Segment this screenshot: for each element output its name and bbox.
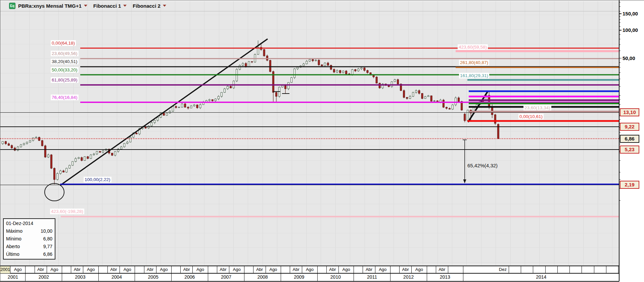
x-axis-month-label: Abr <box>254 267 266 272</box>
chart-window: Eq PBRa:xnys Mensal TMG+1 Fibonacci 1 Fi… <box>0 0 644 282</box>
x-axis-month-label: Ago <box>412 267 427 272</box>
chevron-down-icon <box>123 5 127 7</box>
x-axis-year-label: 2014 <box>463 274 619 280</box>
x-axis-month-label: Ago <box>302 267 317 272</box>
y-axis-tick-label: 50,00 <box>623 55 635 61</box>
fib-level-label: 0,00(64,18) <box>51 40 76 46</box>
fib-level-label: 261,80(40,87) <box>459 60 489 65</box>
x-axis-year-label: 2004 <box>98 274 135 280</box>
x-axis-month-label: Ago <box>338 267 354 272</box>
fibonacci-2-label: Fibonacci 2 <box>133 3 160 9</box>
y-axis-tick-label: 100,00 <box>623 27 638 33</box>
x-axis-month-label: Abr <box>181 267 193 272</box>
chart-title: PBRa:xnys Mensal TMG+1 <box>18 3 82 9</box>
x-axis-year-label: 2003 <box>62 274 99 280</box>
infobox-last-label: Último <box>6 251 19 257</box>
ohlc-infobox: 01-Dez-2014 Máximo10,00 Mínimo6,80 Abert… <box>3 218 55 260</box>
infobox-open-value: 9,77 <box>43 244 52 249</box>
infobox-high-label: Máximo <box>6 228 22 234</box>
infobox-low-label: Mínimo <box>6 236 21 241</box>
x-axis-month-label: Ago <box>156 267 171 272</box>
y-axis-tick-label: 150,00 <box>623 11 638 16</box>
fib-level-label: 423,60(59,58) <box>458 44 488 50</box>
alert-price-box[interactable]: 6,86 <box>620 135 639 143</box>
fib-level-label: 23,60(49,56) <box>51 51 79 56</box>
alert-price-box[interactable]: 2,19 <box>620 181 639 189</box>
x-axis-year-label: 2002 <box>26 274 62 280</box>
chart-titlebar: Eq PBRa:xnys Mensal TMG+1 Fibonacci 1 Fi… <box>0 0 619 11</box>
x-axis-year-label: 2011 <box>354 274 390 280</box>
symbol-timeframe-menu[interactable]: PBRa:xnys Mensal TMG+1 <box>15 3 87 9</box>
x-axis-month-label: Dez <box>497 267 509 272</box>
fib-level-label: 0,00(10,61) <box>518 114 544 119</box>
infobox-date: 01-Dez-2014 <box>6 221 52 226</box>
fib-level-label: 423,60(-198,28) <box>50 209 84 214</box>
fib-level-label: 76,40(16,84) <box>51 95 79 100</box>
x-axis-year-label: 2012 <box>390 274 427 280</box>
x-axis-month-label: Ago <box>375 267 390 272</box>
fibonacci-1-label: Fibonacci 1 <box>93 3 121 9</box>
x-axis-month-label: Abr <box>71 267 83 272</box>
alert-price-box[interactable]: 13,10 <box>620 108 639 116</box>
fib-level-label: 161,80(29,31) <box>459 73 489 78</box>
alert-price-box[interactable]: 5,23 <box>620 146 639 154</box>
x-axis-month-label: Abr <box>217 267 229 272</box>
fibonacci-2-menu[interactable]: Fibonacci 2 <box>130 3 166 9</box>
x-axis-year-label: 2007 <box>208 274 244 280</box>
measure-percent-label: 65,42%(4,32) <box>467 163 498 168</box>
x-axis-month-label: 2001 <box>0 267 10 272</box>
fib-level-label: 23,60(13,34) <box>523 105 551 111</box>
x-axis-year-label: 2010 <box>317 274 354 280</box>
x-axis-month-label: Abr <box>363 267 375 272</box>
x-axis-month-label: Abr <box>326 267 338 272</box>
fib-level-label: 38,20(40,51) <box>51 59 79 64</box>
infobox-last-value: 6,86 <box>43 251 52 257</box>
chevron-down-icon <box>163 5 166 7</box>
x-axis-year-label: 2001 <box>0 274 26 280</box>
x-axis-month-label: Abr <box>144 267 156 272</box>
x-axis-year-label: 2008 <box>244 274 281 280</box>
x-axis-year-label: 2005 <box>135 274 172 280</box>
x-axis-month-label: Abr <box>290 267 302 272</box>
x-axis-month-label: Abr <box>400 267 412 272</box>
x-axis-month-label: Ago <box>10 267 26 272</box>
x-axis-month-label: Abr <box>35 267 47 272</box>
infobox-low-value: 6,80 <box>43 236 52 241</box>
x-axis-month-label: Ago <box>229 267 244 272</box>
x-axis-month-label: Ago <box>83 267 98 272</box>
x-axis-month-label: Abr <box>436 267 448 272</box>
x-axis-month-label: Abr <box>107 267 120 272</box>
x-axis-year-label: 2009 <box>281 274 317 280</box>
fibonacci-1-menu[interactable]: Fibonacci 1 <box>91 3 127 9</box>
x-axis-year-label: 2006 <box>171 274 208 280</box>
x-axis-month-label: Ago <box>266 267 281 272</box>
infobox-high-value: 10,00 <box>41 228 52 234</box>
x-axis-month-label: Ago <box>193 267 208 272</box>
fib-level-label: 61,80(25,89) <box>51 77 79 83</box>
x-axis-month-label: Ago <box>120 267 135 272</box>
infobox-open-label: Aberto <box>6 244 20 249</box>
price-chart-canvas[interactable] <box>0 0 644 282</box>
equity-icon: Eq <box>9 3 15 9</box>
x-axis-year-label: 2013 <box>427 274 463 280</box>
fib-level-label: 50,00(33,20) <box>51 67 79 73</box>
x-axis-month-label: Ago <box>47 267 62 272</box>
fib-level-label: 100,00(2,22) <box>84 177 111 182</box>
chevron-down-icon <box>84 5 87 7</box>
alert-price-box[interactable]: 9,22 <box>620 123 639 131</box>
